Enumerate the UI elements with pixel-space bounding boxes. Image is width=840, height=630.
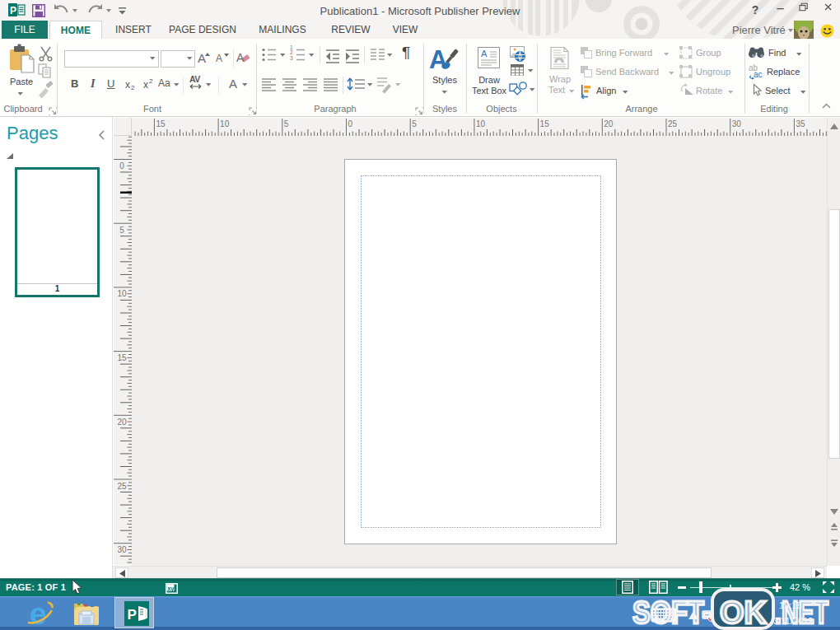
svg-text:.NET: .NET: [775, 595, 828, 630]
svg-text:10: 10: [220, 119, 230, 128]
svg-text:15: 15: [540, 119, 550, 128]
svg-text:30: 30: [117, 545, 127, 554]
svg-text:35: 35: [796, 119, 805, 128]
svg-text:20: 20: [604, 119, 614, 128]
svg-text:OK: OK: [720, 595, 768, 630]
svg-text:15: 15: [117, 353, 127, 362]
svg-text:25: 25: [668, 119, 678, 128]
svg-text:xy: xy: [167, 585, 175, 592]
svg-text:5: 5: [284, 119, 289, 128]
svg-text:20: 20: [117, 418, 127, 427]
svg-text:25: 25: [117, 482, 127, 491]
svg-text:15: 15: [156, 119, 166, 128]
svg-text:0: 0: [348, 119, 353, 128]
svg-text:0: 0: [119, 161, 124, 170]
svg-text:P: P: [128, 607, 137, 623]
svg-text:30: 30: [732, 119, 742, 128]
svg-text:e: e: [30, 597, 47, 630]
svg-text:5: 5: [412, 119, 417, 128]
svg-text:SOFT-: SOFT-: [632, 595, 712, 630]
svg-text:10: 10: [476, 119, 486, 128]
svg-text:P: P: [10, 5, 16, 16]
svg-text:5: 5: [119, 226, 124, 235]
svg-text:10: 10: [117, 289, 127, 298]
